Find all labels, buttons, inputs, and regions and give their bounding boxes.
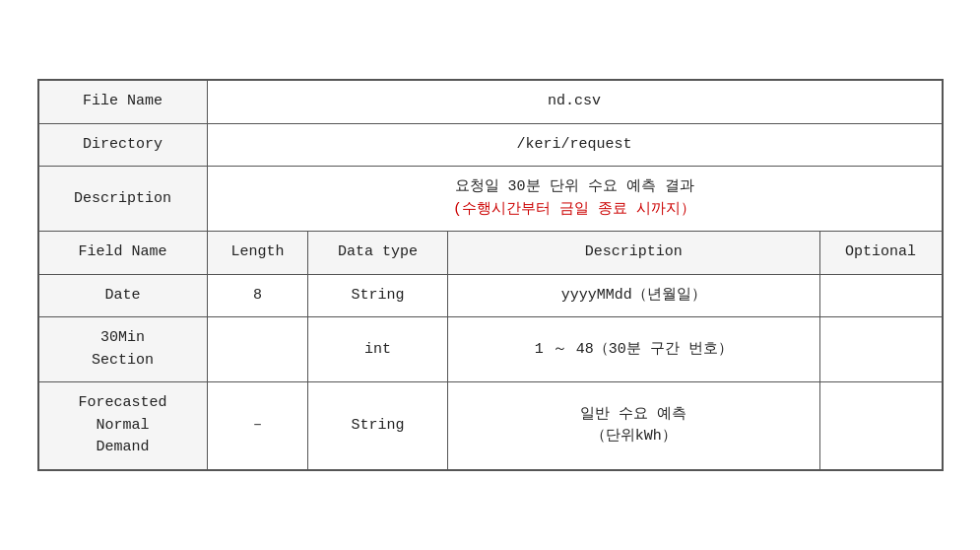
col-header-data-type: Data type <box>308 232 448 275</box>
main-table: File Name nd.csv Directory /keri/request… <box>37 79 944 471</box>
optional-30min <box>819 317 942 382</box>
desc-30min: 1 ～ 48（30분 구간 번호） <box>447 317 819 382</box>
length-forecasted: － <box>207 382 308 470</box>
directory-value: /keri/request <box>207 123 942 167</box>
directory-row: Directory /keri/request <box>38 123 942 167</box>
desc-date: yyyyMMdd（년월일） <box>447 274 819 317</box>
table-row: Date 8 String yyyyMMdd（년월일） <box>38 274 942 317</box>
datatype-date: String <box>308 274 448 317</box>
table-header-row: Field Name Length Data type Description … <box>38 232 942 275</box>
field-name-30min: 30Min Section <box>38 317 207 382</box>
datatype-30min: int <box>308 317 448 382</box>
optional-forecasted <box>819 382 942 470</box>
file-name-value: nd.csv <box>207 81 942 124</box>
description-line2: (수행시간부터 금일 종료 시까지） <box>453 201 695 218</box>
length-date: 8 <box>207 274 308 317</box>
col-header-optional: Optional <box>819 232 942 275</box>
desc-forecasted: 일반 수요 예측 （단위kWh） <box>447 382 819 470</box>
col-header-length: Length <box>207 232 308 275</box>
optional-date <box>819 274 942 317</box>
description-value: 요청일 30분 단위 수요 예측 결과 (수행시간부터 금일 종료 시까지） <box>207 167 942 232</box>
description-label: Description <box>38 167 207 232</box>
file-name-row: File Name nd.csv <box>38 81 942 124</box>
col-header-field-name: Field Name <box>38 232 207 275</box>
description-line1: 요청일 30분 단위 수요 예측 결과 <box>455 178 694 195</box>
field-name-date: Date <box>38 274 207 317</box>
datatype-forecasted: String <box>308 382 448 470</box>
description-row: Description 요청일 30분 단위 수요 예측 결과 (수행시간부터 … <box>38 167 942 232</box>
field-name-forecasted: Forecasted Normal Demand <box>38 382 207 470</box>
directory-label: Directory <box>38 123 207 167</box>
file-name-label: File Name <box>38 81 207 124</box>
length-30min <box>207 317 308 382</box>
table-row: Forecasted Normal Demand － String 일반 수요 … <box>38 382 942 470</box>
table-row: 30Min Section int 1 ～ 48（30분 구간 번호） <box>38 317 942 382</box>
col-header-description: Description <box>447 232 819 275</box>
